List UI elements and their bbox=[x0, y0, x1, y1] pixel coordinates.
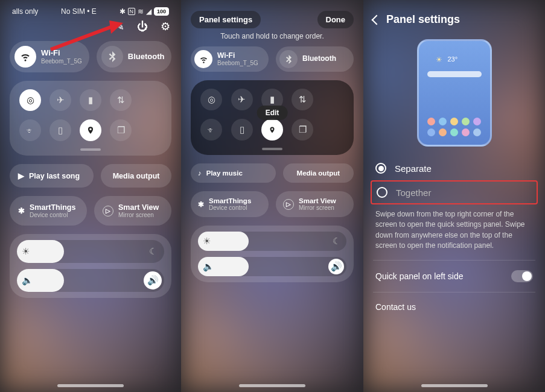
windows-toggle[interactable]: ❐ bbox=[110, 119, 132, 141]
preview-dotrow-1 bbox=[419, 118, 490, 125]
power-icon[interactable]: ⏻ bbox=[136, 21, 148, 33]
sound-low-icon: 🔈 bbox=[22, 275, 33, 286]
status-bar: alls only No SIM • E ✱ N ≋ ◢ 100 bbox=[10, 6, 171, 21]
windows-toggle[interactable]: ❐ bbox=[292, 119, 313, 141]
panel-settings-button[interactable]: Panel settings bbox=[191, 11, 261, 28]
media-output-label: Media output bbox=[297, 169, 340, 177]
smartthings-chip[interactable]: ✱ SmartThings Device control bbox=[10, 196, 87, 226]
radio-unselected-icon bbox=[377, 187, 387, 198]
music-icon: ♪ bbox=[198, 169, 202, 177]
smartthings-label: SmartThings bbox=[209, 197, 251, 204]
night-mode-icon[interactable]: ☾ bbox=[328, 233, 344, 249]
airplane-toggle[interactable]: ✈ bbox=[49, 89, 71, 111]
smartview-icon: ▷ bbox=[103, 206, 113, 217]
sound-high-icon[interactable]: 🔊 bbox=[328, 259, 344, 274]
signal-status-icon: ◢ bbox=[146, 7, 151, 16]
sort-toggle[interactable]: ⇅ bbox=[292, 89, 313, 110]
smartthings-chip[interactable]: ✱ SmartThings Device control bbox=[191, 191, 269, 217]
sync-toggle[interactable]: ◎ bbox=[19, 89, 41, 111]
edit-label[interactable]: Edit bbox=[257, 106, 288, 120]
sound-low-icon: 🔈 bbox=[203, 261, 214, 272]
sync-toggle[interactable]: ◎ bbox=[200, 89, 222, 110]
bluetooth-label: Bluetooth bbox=[302, 55, 336, 63]
rss-toggle[interactable]: ᯤ bbox=[200, 119, 222, 141]
separate-label: Separate bbox=[395, 163, 432, 174]
status-left: alls only bbox=[12, 7, 38, 16]
brightness-icon: ☀ bbox=[203, 236, 211, 247]
contact-us-row[interactable]: Contact us bbox=[373, 292, 535, 321]
status-right: ✱ N ≋ ◢ 100 bbox=[120, 7, 170, 16]
quick-panel-left-label: Quick panel on left side bbox=[375, 271, 464, 281]
wifi-sublabel: Beebom_T_5G bbox=[41, 58, 82, 65]
quick-panel-left-switch[interactable] bbox=[511, 270, 533, 282]
nav-bar[interactable] bbox=[421, 384, 488, 387]
smartview-chip[interactable]: ▷ Smart View Mirror screen bbox=[94, 196, 171, 226]
radio-selected-icon bbox=[375, 163, 386, 174]
settings-gear-icon[interactable]: ⚙ bbox=[159, 21, 171, 33]
together-label: Together bbox=[396, 188, 431, 198]
volume-slider[interactable]: 🔈 🔊 bbox=[17, 269, 164, 292]
edit-pencil-icon[interactable]: ✎ bbox=[113, 21, 126, 33]
rss-toggle[interactable]: ᯤ bbox=[19, 119, 41, 141]
layout-preview: ☀ 23° bbox=[417, 39, 492, 147]
location-toggle[interactable] bbox=[261, 119, 283, 141]
flashlight-toggle[interactable]: ▮ bbox=[80, 89, 101, 111]
smartview-label: Smart View bbox=[118, 203, 159, 212]
battery-toggle[interactable]: ▯ bbox=[49, 119, 71, 141]
smartview-icon: ▷ bbox=[283, 199, 294, 210]
smartview-chip[interactable]: ▷ Smart View Mirror screen bbox=[276, 191, 354, 217]
wifi-tile[interactable]: Wi-Fi Beebom_T_5G bbox=[10, 41, 89, 72]
together-option[interactable]: Together bbox=[371, 180, 538, 204]
brightness-slider[interactable]: ☀ ☾ bbox=[198, 232, 346, 251]
volume-slider[interactable]: 🔈 🔊 bbox=[198, 257, 346, 276]
smartthings-icon: ✱ bbox=[198, 200, 204, 209]
reorder-hint: Touch and hold to change order. bbox=[191, 32, 354, 40]
grid-grabber[interactable] bbox=[262, 148, 282, 150]
done-button[interactable]: Done bbox=[317, 11, 354, 28]
grid-grabber[interactable] bbox=[80, 148, 101, 151]
media-output-chip[interactable]: Media output bbox=[283, 163, 354, 183]
contact-us-label: Contact us bbox=[375, 302, 416, 312]
night-mode-icon[interactable]: ☾ bbox=[144, 242, 162, 261]
battery-status: 100 bbox=[154, 7, 169, 16]
play-music-chip[interactable]: ♪ Play music bbox=[191, 163, 276, 183]
media-output-chip[interactable]: Media output bbox=[101, 164, 171, 188]
wifi-label: Wi-Fi bbox=[217, 52, 258, 60]
nav-bar[interactable] bbox=[239, 384, 305, 387]
bluetooth-tile[interactable]: Bluetooth bbox=[97, 41, 172, 72]
play-last-label: Play last song bbox=[29, 172, 80, 180]
preview-temp: 23° bbox=[448, 55, 458, 63]
sort-toggle[interactable]: ⇅ bbox=[110, 89, 132, 111]
smartthings-icon: ✱ bbox=[18, 206, 25, 215]
back-icon[interactable] bbox=[372, 14, 382, 25]
wifi-icon bbox=[14, 46, 36, 68]
smartthings-sub: Device control bbox=[209, 204, 251, 211]
location-toggle[interactable] bbox=[80, 119, 101, 141]
bluetooth-label: Bluetooth bbox=[128, 52, 165, 61]
wifi-tile-edit[interactable]: Wi-Fi Beebom_T_5G bbox=[191, 46, 269, 72]
smartthings-sublabel: Device control bbox=[30, 212, 75, 218]
media-output-label: Media output bbox=[113, 172, 160, 180]
bluetooth-icon bbox=[101, 46, 123, 68]
play-last-song-chip[interactable]: ▶ Play last song bbox=[10, 164, 94, 188]
panel-settings-title: Panel settings bbox=[386, 13, 460, 26]
preview-dotrow-2 bbox=[419, 128, 490, 136]
smartview-sublabel: Mirror screen bbox=[118, 212, 159, 218]
panel-settings-header: Panel settings bbox=[373, 6, 535, 37]
wifi-sub: Beebom_T_5G bbox=[217, 60, 258, 66]
status-carrier: No SIM • E bbox=[61, 7, 97, 16]
bluetooth-tile-edit[interactable]: Bluetooth bbox=[276, 46, 354, 72]
option-description: Swipe down from the top right corner of … bbox=[373, 206, 535, 261]
battery-toggle[interactable]: ▯ bbox=[231, 119, 253, 141]
smartthings-label: SmartThings bbox=[30, 203, 75, 212]
brightness-slider[interactable]: ☀ ☾ bbox=[17, 240, 164, 263]
slider-box: ☀ ☾ 🔈 🔊 bbox=[10, 234, 171, 298]
nav-bar[interactable] bbox=[57, 384, 124, 387]
nfc-status-icon: N bbox=[128, 8, 136, 15]
smartview-sub: Mirror screen bbox=[299, 204, 336, 211]
quick-panel-left-row[interactable]: Quick panel on left side bbox=[373, 261, 535, 292]
separate-option[interactable]: Separate bbox=[373, 157, 535, 179]
airplane-toggle[interactable]: ✈ bbox=[231, 89, 253, 110]
sound-high-icon[interactable]: 🔊 bbox=[144, 271, 162, 289]
top-actions: ✎ ⏻ ⚙ bbox=[10, 21, 171, 33]
